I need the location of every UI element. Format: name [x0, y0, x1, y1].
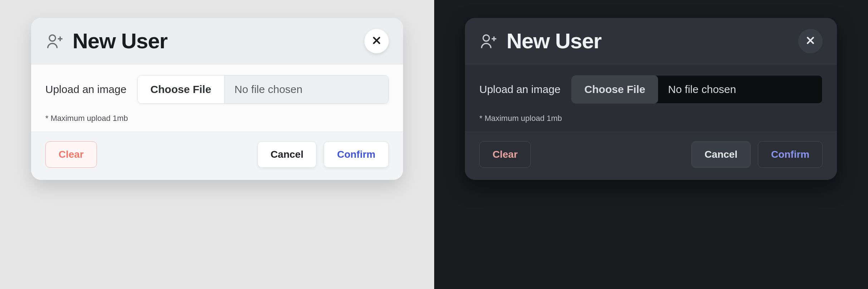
choose-file-button[interactable]: Choose File: [138, 75, 225, 103]
upload-helper-text: * Maximum upload 1mb: [45, 114, 389, 123]
dialog-footer: Clear Cancel Confirm: [465, 132, 837, 180]
dialog-header: New User: [31, 18, 403, 64]
new-user-dialog: New User Upload an image Choose File No …: [31, 18, 403, 180]
file-status-text: No file chosen: [225, 75, 388, 103]
close-icon: [371, 35, 382, 47]
dialog-footer: Clear Cancel Confirm: [31, 132, 403, 180]
svg-point-0: [49, 35, 55, 41]
new-user-dialog: New User Upload an image Choose File No …: [465, 18, 837, 180]
upload-label: Upload an image: [45, 83, 127, 95]
file-input-control: Choose File No file chosen: [137, 75, 389, 104]
dialog-body: Upload an image Choose File No file chos…: [465, 64, 837, 132]
dark-theme-panel: New User Upload an image Choose File No …: [434, 0, 868, 289]
choose-file-button[interactable]: Choose File: [572, 75, 658, 103]
clear-button[interactable]: Clear: [45, 141, 97, 168]
cancel-button[interactable]: Cancel: [258, 141, 317, 168]
dialog-body: Upload an image Choose File No file chos…: [31, 64, 403, 132]
confirm-button[interactable]: Confirm: [324, 141, 388, 168]
user-plus-icon: [479, 32, 498, 50]
close-icon: [805, 35, 816, 47]
clear-button[interactable]: Clear: [479, 141, 531, 168]
upload-row: Upload an image Choose File No file chos…: [479, 75, 823, 104]
upload-label: Upload an image: [479, 83, 560, 95]
dialog-title: New User: [73, 29, 167, 53]
cancel-button[interactable]: Cancel: [691, 141, 751, 168]
close-button[interactable]: [364, 29, 389, 53]
light-theme-panel: New User Upload an image Choose File No …: [0, 0, 434, 289]
dialog-title: New User: [506, 29, 601, 53]
file-status-text: No file chosen: [658, 75, 822, 103]
upload-row: Upload an image Choose File No file chos…: [45, 75, 389, 104]
confirm-button[interactable]: Confirm: [758, 141, 823, 168]
svg-point-5: [483, 35, 489, 41]
close-button[interactable]: [798, 29, 823, 53]
dialog-header: New User: [465, 18, 837, 64]
user-plus-icon: [45, 32, 64, 50]
upload-helper-text: * Maximum upload 1mb: [479, 114, 823, 123]
file-input-control: Choose File No file chosen: [571, 75, 823, 104]
